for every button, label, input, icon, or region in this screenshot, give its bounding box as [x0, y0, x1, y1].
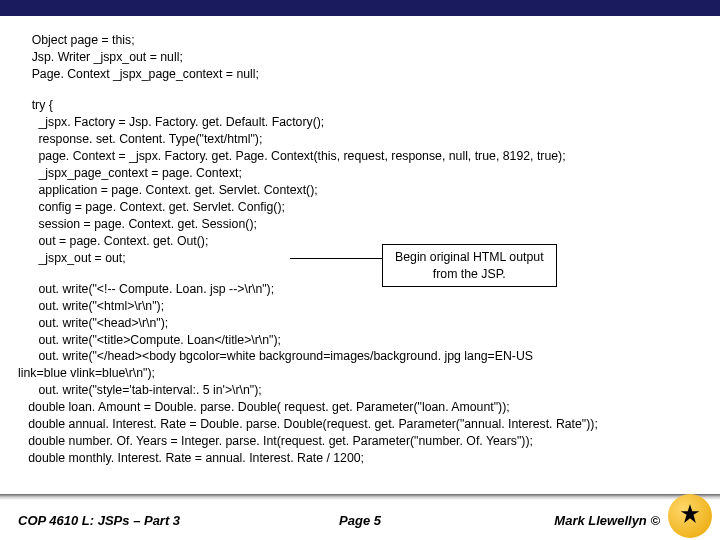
ucf-logo-icon [668, 494, 712, 538]
code-block-2: try { _jspx. Factory = Jsp. Factory. get… [18, 97, 702, 267]
footer-page: Page 5 [339, 513, 381, 528]
callout-text-2: from the JSP. [395, 266, 544, 283]
slide-content: Object page = this; Jsp. Writer _jspx_ou… [0, 16, 720, 467]
code-block-1: Object page = this; Jsp. Writer _jspx_ou… [18, 32, 702, 83]
callout-text-1: Begin original HTML output [395, 249, 544, 266]
callout-box: Begin original HTML output from the JSP. [382, 244, 557, 287]
callout-connector [290, 258, 382, 259]
code-block-3: out. write("<!-- Compute. Loan. jsp -->\… [18, 281, 702, 468]
footer: COP 4610 L: JSPs – Part 3 Page 5 Mark Ll… [0, 500, 720, 540]
title-bar [0, 0, 720, 16]
footer-left: COP 4610 L: JSPs – Part 3 [18, 513, 180, 528]
footer-right: Mark Llewellyn © [554, 513, 660, 528]
